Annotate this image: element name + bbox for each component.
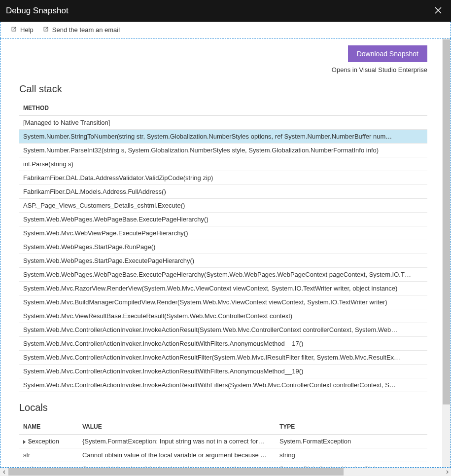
vertical-scrollbar[interactable]	[442, 38, 451, 467]
callstack-method: System.Web.Mvc.RazorView.RenderView(Syst…	[19, 282, 427, 295]
locals-type: string	[276, 448, 427, 462]
callstack-method: FabrikamFiber.DAL.Data.AddressValidator.…	[19, 171, 427, 185]
callstack-header-method[interactable]: METHOD	[19, 101, 427, 116]
help-label: Help	[20, 26, 34, 34]
callstack-method: [Managed to Native Transition]	[19, 116, 427, 130]
locals-name: $exception	[19, 435, 78, 448]
window-title: Debug Snapshot	[6, 6, 69, 16]
scroll-right-button[interactable]	[443, 468, 451, 476]
scroll-area: Download Snapshot Opens in Visual Studio…	[0, 38, 442, 467]
locals-header-value[interactable]: VALUE	[78, 419, 276, 435]
callstack-row[interactable]: System.Web.Mvc.ControllerActionInvoker.I…	[19, 323, 427, 337]
download-hint: Opens in Visual Studio Enterprise	[332, 66, 427, 73]
locals-header-type[interactable]: TYPE	[276, 419, 427, 435]
callstack-method: System.Web.Mvc.ControllerActionInvoker.I…	[19, 337, 427, 351]
callstack-table: METHOD [Managed to Native Transition]Sys…	[19, 101, 427, 392]
callstack-row[interactable]: System.Web.WebPages.StartPage.RunPage()	[19, 240, 427, 254]
callstack-row[interactable]: System.Web.Mvc.WebViewPage.ExecutePageHi…	[19, 226, 427, 240]
locals-title: Locals	[19, 402, 427, 413]
callstack-row[interactable]: System.Web.Mvc.ControllerActionInvoker.I…	[19, 365, 427, 378]
external-link-icon	[10, 26, 17, 34]
locals-name: options	[19, 462, 78, 468]
locals-table: NAME VALUE TYPE $exception{System.Format…	[19, 419, 427, 467]
locals-value: {System.FormatException: Input string wa…	[78, 435, 276, 448]
callstack-row[interactable]: System.Web.WebPages.WebPageBase.ExecuteP…	[19, 213, 427, 226]
horizontal-scrollbar[interactable]	[0, 468, 451, 476]
locals-header-name[interactable]: NAME	[19, 419, 78, 435]
locals-type: System.FormatException	[276, 435, 427, 448]
horizontal-scrollbar-thumb[interactable]	[8, 468, 344, 476]
locals-value: Cannot obtain value of the local variabl…	[78, 448, 276, 462]
callstack-method: System.Web.Mvc.WebViewPage.ExecutePageHi…	[19, 226, 427, 240]
close-button[interactable]	[431, 4, 445, 17]
top-actions: Download Snapshot Opens in Visual Studio…	[19, 45, 427, 73]
chevron-left-icon	[2, 470, 6, 474]
external-link-icon	[42, 26, 49, 34]
scroll-left-button[interactable]	[0, 468, 8, 476]
locals-section: Locals NAME VALUE TYPE $exception{System…	[19, 402, 427, 467]
locals-row[interactable]: $exception{System.FormatException: Input…	[19, 435, 427, 448]
callstack-method: ASP._Page_Views_Customers_Details_cshtml…	[19, 199, 427, 213]
expand-caret-icon[interactable]	[23, 440, 26, 444]
callstack-row[interactable]: System.Web.WebPages.WebPageBase.ExecuteP…	[19, 268, 427, 282]
callstack-row[interactable]: System.Number.StringToNumber(string str,…	[19, 130, 427, 144]
callstack-method: System.Web.Mvc.ViewResultBase.ExecuteRes…	[19, 309, 427, 323]
callstack-row[interactable]: ASP._Page_Views_Customers_Details_cshtml…	[19, 199, 427, 213]
callstack-row[interactable]: int.Parse(string s)	[19, 157, 427, 171]
content-area: Download Snapshot Opens in Visual Studio…	[0, 38, 451, 468]
chevron-right-icon	[445, 470, 449, 474]
send-email-label: Send the team an email	[52, 26, 120, 34]
callstack-method: System.Number.ParseInt32(string s, Syste…	[19, 144, 427, 157]
callstack-method: System.Web.WebPages.StartPage.ExecutePag…	[19, 254, 427, 268]
callstack-row[interactable]: System.Number.ParseInt32(string s, Syste…	[19, 144, 427, 157]
callstack-row[interactable]: [Managed to Native Transition]	[19, 116, 427, 130]
callstack-method: System.Web.Mvc.BuildManagerCompiledView.…	[19, 295, 427, 309]
send-email-link[interactable]: Send the team an email	[42, 26, 120, 34]
callstack-method: System.Web.WebPages.WebPageBase.ExecuteP…	[19, 268, 427, 282]
callstack-method: System.Web.Mvc.ControllerActionInvoker.I…	[19, 351, 427, 365]
callstack-method: System.Web.WebPages.StartPage.RunPage()	[19, 240, 427, 254]
download-snapshot-button[interactable]: Download Snapshot	[348, 45, 427, 62]
locals-type: System.Globalization.NumberStyles	[276, 462, 427, 468]
close-icon	[434, 6, 442, 14]
callstack-title: Call stack	[19, 83, 427, 95]
callstack-row[interactable]: System.Web.Mvc.BuildManagerCompiledView.…	[19, 295, 427, 309]
callstack-row[interactable]: System.Web.Mvc.ControllerActionInvoker.I…	[19, 378, 427, 392]
callstack-method: System.Web.Mvc.ControllerActionInvoker.I…	[19, 378, 427, 392]
callstack-method: FabrikamFiber.DAL.Models.Address.FullAdd…	[19, 185, 427, 199]
callstack-row[interactable]: System.Web.Mvc.RazorView.RenderView(Syst…	[19, 282, 427, 295]
callstack-row[interactable]: System.Web.Mvc.ControllerActionInvoker.I…	[19, 351, 427, 365]
locals-row[interactable]: strCannot obtain value of the local vari…	[19, 448, 427, 462]
toolbar: Help Send the team an email	[0, 22, 451, 38]
callstack-method: System.Web.Mvc.ControllerActionInvoker.I…	[19, 323, 427, 337]
callstack-row[interactable]: System.Web.WebPages.StartPage.ExecutePag…	[19, 254, 427, 268]
callstack-row[interactable]: System.Web.Mvc.ViewResultBase.ExecuteRes…	[19, 309, 427, 323]
callstack-method: int.Parse(string s)	[19, 157, 427, 171]
locals-row[interactable]: optionsCannot obtain value of the local …	[19, 462, 427, 468]
callstack-method: System.Web.Mvc.ControllerActionInvoker.I…	[19, 365, 427, 378]
locals-name: str	[19, 448, 78, 462]
callstack-method: System.Number.StringToNumber(string str,…	[19, 130, 427, 144]
window-header: Debug Snapshot	[0, 0, 451, 22]
callstack-row[interactable]: FabrikamFiber.DAL.Models.Address.FullAdd…	[19, 185, 427, 199]
locals-value: Cannot obtain value of the local variabl…	[78, 462, 276, 468]
help-link[interactable]: Help	[10, 26, 34, 34]
callstack-method: System.Web.WebPages.WebPageBase.ExecuteP…	[19, 213, 427, 226]
callstack-row[interactable]: FabrikamFiber.DAL.Data.AddressValidator.…	[19, 171, 427, 185]
vertical-scrollbar-thumb[interactable]	[443, 39, 450, 404]
callstack-row[interactable]: System.Web.Mvc.ControllerActionInvoker.I…	[19, 337, 427, 351]
